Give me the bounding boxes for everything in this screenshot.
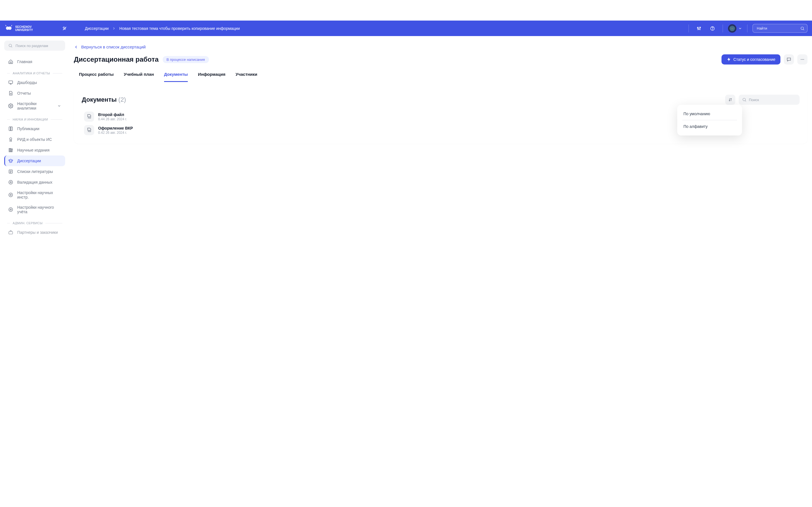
sidebar-item-label: Списки литературы xyxy=(17,169,53,174)
svg-rect-27 xyxy=(10,149,11,152)
svg-rect-19 xyxy=(9,81,13,83)
more-button[interactable] xyxy=(797,54,808,64)
pdf-icon: PDF xyxy=(84,112,94,122)
svg-point-8 xyxy=(700,27,701,27)
pin-icon[interactable] xyxy=(60,24,69,33)
svg-point-37 xyxy=(10,209,11,210)
status-badge: В процессе написания xyxy=(163,56,209,63)
sidebar-item-home[interactable]: Главная xyxy=(4,56,65,67)
svg-point-36 xyxy=(9,193,13,197)
back-link[interactable]: Вернуться в список диссертаций xyxy=(74,45,146,49)
document-meta: 0.42 26 авг. 2024 г. xyxy=(98,131,133,135)
sidebar-section-science: НАУКА И ИННОВАЦИИ xyxy=(4,113,65,123)
sidebar-item-sci-tools[interactable]: Настройки научных инстр. xyxy=(4,187,65,202)
tab-process[interactable]: Процесс работы xyxy=(79,72,114,82)
global-search-input[interactable] xyxy=(753,24,808,33)
status-button[interactable]: Статус и согласование xyxy=(721,54,780,64)
card-title: Документы (2) xyxy=(82,96,126,103)
svg-point-33 xyxy=(10,182,11,183)
search-icon[interactable] xyxy=(800,26,805,31)
app-header: SECHENOV UNIVERSITY Диссертации Новая те… xyxy=(0,20,812,36)
graduation-icon xyxy=(8,158,13,163)
svg-point-34 xyxy=(9,180,13,184)
sidebar-item-dissertations[interactable]: Диссертации xyxy=(4,156,65,166)
tabs: Процесс работы Учебный план Документы Ин… xyxy=(74,72,808,82)
chevron-down-icon xyxy=(738,26,742,31)
sort-option-alpha[interactable]: По алфавиту xyxy=(680,120,739,133)
sidebar-item-dashboards[interactable]: Дашборды xyxy=(4,77,65,88)
sidebar-item-label: Диссертации xyxy=(17,159,41,163)
sidebar-section-admin: АДМИН. СЕРВИСЫ xyxy=(4,217,65,227)
logo[interactable]: SECHENOV UNIVERSITY xyxy=(4,24,33,33)
svg-point-15 xyxy=(801,27,804,29)
svg-point-43 xyxy=(743,98,746,101)
document-name: Оформление ВКР xyxy=(98,126,133,130)
sidebar-item-partners[interactable]: Партнеры и заказчики xyxy=(4,227,65,238)
sidebar-section-analytics: АНАЛИТИКА И ОТЧЕТЫ xyxy=(4,67,65,77)
comments-button[interactable] xyxy=(784,54,794,64)
pdf-icon: PDF xyxy=(84,125,94,135)
back-link-label: Вернуться в список диссертаций xyxy=(81,45,146,49)
settings-sliders-icon[interactable] xyxy=(694,23,704,34)
sort-option-default[interactable]: По умолчанию xyxy=(680,108,739,120)
sidebar-item-label: Настройки аналитики xyxy=(17,101,53,110)
svg-text:PDF: PDF xyxy=(88,117,91,119)
chevron-left-icon xyxy=(74,45,79,49)
gear-icon xyxy=(8,103,13,108)
sort-button[interactable] xyxy=(725,95,735,105)
logo-text-top: SECHENOV xyxy=(15,25,33,29)
gear-icon xyxy=(8,180,13,185)
sidebar-item-analytics-settings[interactable]: Настройки аналитики xyxy=(4,99,65,113)
search-icon xyxy=(8,43,13,48)
gear-icon xyxy=(8,207,13,212)
svg-rect-28 xyxy=(11,149,12,152)
sidebar-item-label: РИД и объекты ИС xyxy=(17,137,52,142)
svg-point-6 xyxy=(697,27,698,28)
sidebar-item-label: Главная xyxy=(17,59,32,64)
svg-point-25 xyxy=(10,138,12,140)
sidebar-item-rid[interactable]: РИД и объекты ИС xyxy=(4,134,65,145)
sidebar-search-input[interactable] xyxy=(4,41,65,51)
book-icon xyxy=(8,126,13,131)
breadcrumb-item-1[interactable]: Диссертации xyxy=(85,26,109,31)
award-icon xyxy=(8,137,13,142)
documents-search-input[interactable] xyxy=(739,95,800,105)
sidebar-item-label: Публикации xyxy=(17,126,39,131)
logo-text-bottom: UNIVERSITY xyxy=(15,29,33,32)
documents-card: Документы (2) PDF Второй фай xyxy=(74,88,808,144)
sidebar-item-validation[interactable]: Валидация данных xyxy=(4,177,65,187)
sidebar-item-label: Научные издания xyxy=(17,148,50,152)
svg-point-14 xyxy=(732,28,732,29)
tab-participants[interactable]: Участники xyxy=(236,72,257,82)
sidebar-item-publications[interactable]: Публикации xyxy=(4,123,65,134)
user-menu[interactable] xyxy=(728,24,742,33)
svg-line-44 xyxy=(745,101,746,101)
books-icon xyxy=(8,148,13,153)
sidebar-item-sci-account[interactable]: Настройки научного учёта xyxy=(4,202,65,217)
document-icon xyxy=(8,91,13,96)
svg-point-35 xyxy=(10,194,11,196)
sidebar-item-label: Настройки научных инстр. xyxy=(17,190,61,200)
list-icon xyxy=(8,169,13,174)
sidebar-item-label: Настройки научного учёта xyxy=(17,205,61,214)
svg-point-38 xyxy=(9,208,13,212)
svg-rect-39 xyxy=(9,231,13,234)
sidebar-item-editions[interactable]: Научные издания xyxy=(4,145,65,156)
top-spacer xyxy=(0,0,812,20)
logo-icon xyxy=(4,24,13,33)
svg-point-42 xyxy=(803,59,804,60)
sidebar-item-label: Валидация данных xyxy=(17,180,52,184)
avatar xyxy=(728,24,737,33)
divider xyxy=(747,24,748,33)
svg-rect-26 xyxy=(9,149,10,152)
breadcrumb-item-2[interactable]: Новая тестовая тема чтобы проверить копи… xyxy=(119,26,240,31)
tab-plan[interactable]: Учебный план xyxy=(124,72,154,82)
tab-documents[interactable]: Документы xyxy=(164,72,188,82)
document-name: Второй файл xyxy=(98,112,127,117)
sidebar-item-lit-lists[interactable]: Списки литературы xyxy=(4,166,65,177)
sidebar-item-reports[interactable]: Отчеты xyxy=(4,88,65,99)
gear-icon xyxy=(8,192,13,198)
tab-info[interactable]: Информация xyxy=(198,72,225,82)
divider xyxy=(689,24,689,33)
help-icon[interactable] xyxy=(707,23,718,34)
